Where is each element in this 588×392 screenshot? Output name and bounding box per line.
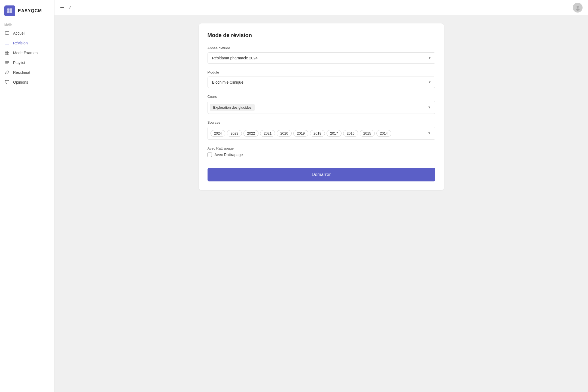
list-icon bbox=[4, 41, 10, 45]
cours-group: Cours Exploration des glucides ▼ bbox=[208, 95, 435, 114]
content: Mode de révision Année d'étude Résidanat… bbox=[54, 15, 588, 392]
svg-rect-3 bbox=[10, 11, 12, 13]
sidebar-item-mode-examen-label: Mode Examen bbox=[13, 51, 38, 55]
edit-icon bbox=[4, 70, 10, 75]
source-chip-2022[interactable]: 2022 bbox=[243, 130, 258, 137]
rattrapage-checkbox-label[interactable]: Avec Rattrapage bbox=[208, 153, 435, 157]
sources-label: Sources bbox=[208, 120, 435, 124]
rattrapage-checkbox-group: Avec Rattrapage bbox=[208, 153, 435, 157]
annee-select[interactable]: Résidanat pharmacie 2024 Résidanat médec… bbox=[208, 52, 435, 64]
svg-rect-6 bbox=[5, 43, 9, 43]
sidebar-item-mode-examen[interactable]: Mode Examen bbox=[0, 48, 54, 58]
module-group: Module Biochimie Clinique Pharmacologie … bbox=[208, 70, 435, 88]
annee-group: Année d'étude Résidanat pharmacie 2024 R… bbox=[208, 46, 435, 64]
source-chip-2017[interactable]: 2017 bbox=[327, 130, 342, 137]
source-chip-2023[interactable]: 2023 bbox=[227, 130, 242, 137]
source-chip-2016[interactable]: 2016 bbox=[343, 130, 358, 137]
source-chip-2019[interactable]: 2019 bbox=[293, 130, 308, 137]
sidebar-item-playlist-label: Playlist bbox=[13, 60, 25, 65]
source-chip-2018[interactable]: 2018 bbox=[310, 130, 325, 137]
header: ☰ ⤢ bbox=[54, 0, 588, 15]
svg-rect-2 bbox=[7, 11, 10, 13]
avatar[interactable] bbox=[573, 3, 583, 13]
logo-icon bbox=[4, 5, 15, 16]
expand-icon[interactable]: ⤢ bbox=[68, 5, 72, 10]
source-chip-2024[interactable]: 2024 bbox=[211, 130, 226, 137]
source-chip-2021[interactable]: 2021 bbox=[260, 130, 275, 137]
menu-icon[interactable]: ☰ bbox=[60, 5, 64, 11]
svg-rect-10 bbox=[5, 53, 7, 55]
svg-rect-7 bbox=[5, 44, 9, 44]
app-name: EASYQCM bbox=[18, 8, 42, 13]
playlist-icon bbox=[4, 60, 10, 65]
sidebar-item-opinions[interactable]: Opinions bbox=[0, 77, 54, 87]
sidebar-item-playlist[interactable]: Playlist bbox=[0, 58, 54, 68]
sidebar-item-residanat[interactable]: Résidanat bbox=[0, 68, 54, 77]
rattrapage-group: Avec Rattrapage Avec Rattrapage bbox=[208, 146, 435, 157]
cours-dropdown-arrow: ▼ bbox=[428, 105, 431, 109]
logo-area: EASYQCM bbox=[0, 5, 54, 23]
sources-wrapper: 2024 2023 2022 2021 2020 2019 2018 2017 … bbox=[208, 127, 435, 140]
sidebar-section-label: MAIN bbox=[0, 23, 54, 28]
svg-rect-9 bbox=[7, 51, 9, 53]
sidebar-item-revision-label: Révision bbox=[13, 41, 28, 45]
sidebar-item-accueil[interactable]: Accueil bbox=[0, 28, 54, 38]
annee-select-wrapper: Résidanat pharmacie 2024 Résidanat médec… bbox=[208, 52, 435, 64]
svg-rect-0 bbox=[7, 8, 10, 11]
header-right bbox=[573, 3, 583, 13]
cours-select-wrapper[interactable]: Exploration des glucides ▼ bbox=[208, 101, 435, 114]
source-chip-2020[interactable]: 2020 bbox=[277, 130, 292, 137]
annee-label: Année d'étude bbox=[208, 46, 435, 50]
sources-dropdown-arrow: ▼ bbox=[428, 131, 431, 135]
svg-rect-11 bbox=[7, 53, 9, 55]
header-left: ☰ ⤢ bbox=[60, 5, 568, 11]
module-label: Module bbox=[208, 70, 435, 74]
sources-group: Sources 2024 2023 2022 2021 2020 2019 20… bbox=[208, 120, 435, 140]
start-button[interactable]: Démarrer bbox=[208, 168, 435, 181]
sidebar-item-opinions-label: Opinions bbox=[13, 80, 28, 84]
sidebar: EASYQCM MAIN Accueil Révision bbox=[0, 0, 54, 392]
chat-icon bbox=[4, 80, 10, 84]
cours-label: Cours bbox=[208, 95, 435, 99]
main-area: ☰ ⤢ Mode de révision Année d'étude Résid… bbox=[54, 0, 588, 392]
svg-rect-8 bbox=[5, 51, 7, 53]
module-select[interactable]: Biochimie Clinique Pharmacologie Physiol… bbox=[208, 77, 435, 88]
rattrapage-checkbox-text: Avec Rattrapage bbox=[215, 153, 243, 157]
source-chip-2015[interactable]: 2015 bbox=[360, 130, 375, 137]
module-select-wrapper: Biochimie Clinique Pharmacologie Physiol… bbox=[208, 77, 435, 88]
source-chip-2014[interactable]: 2014 bbox=[376, 130, 391, 137]
revision-card: Mode de révision Année d'étude Résidanat… bbox=[199, 23, 444, 190]
sidebar-item-residanat-label: Résidanat bbox=[13, 70, 30, 75]
cours-chip: Exploration des glucides bbox=[210, 104, 255, 111]
sidebar-item-revision[interactable]: Révision bbox=[0, 38, 54, 48]
monitor-icon bbox=[4, 31, 10, 35]
svg-point-13 bbox=[577, 6, 579, 8]
svg-rect-1 bbox=[10, 8, 12, 11]
svg-rect-5 bbox=[5, 42, 9, 42]
rattrapage-checkbox[interactable] bbox=[208, 153, 212, 157]
card-title: Mode de révision bbox=[208, 32, 435, 38]
svg-rect-4 bbox=[5, 32, 9, 34]
grid-icon bbox=[4, 51, 10, 55]
svg-point-14 bbox=[576, 8, 580, 11]
rattrapage-section-label: Avec Rattrapage bbox=[208, 146, 435, 150]
sidebar-item-accueil-label: Accueil bbox=[13, 31, 25, 35]
svg-rect-12 bbox=[5, 80, 9, 83]
